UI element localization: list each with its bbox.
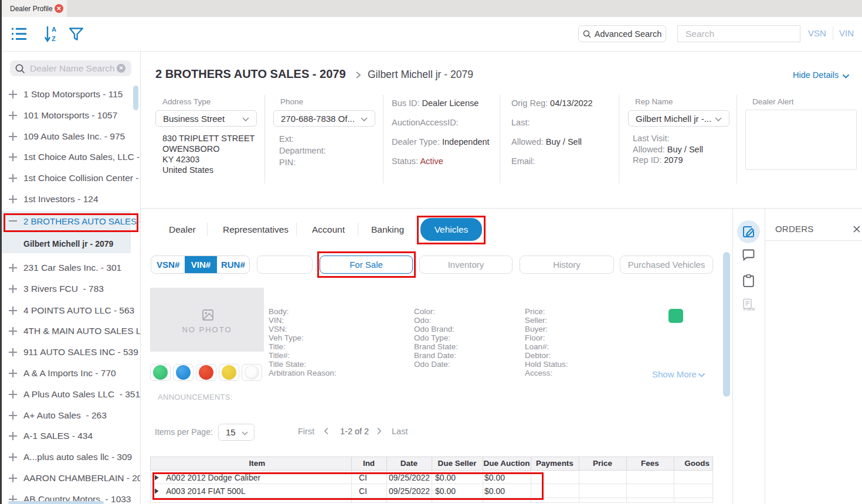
svg-text:Z: Z	[52, 35, 56, 42]
svg-text:OEM: OEM	[746, 307, 755, 311]
svg-text:A: A	[52, 26, 56, 33]
